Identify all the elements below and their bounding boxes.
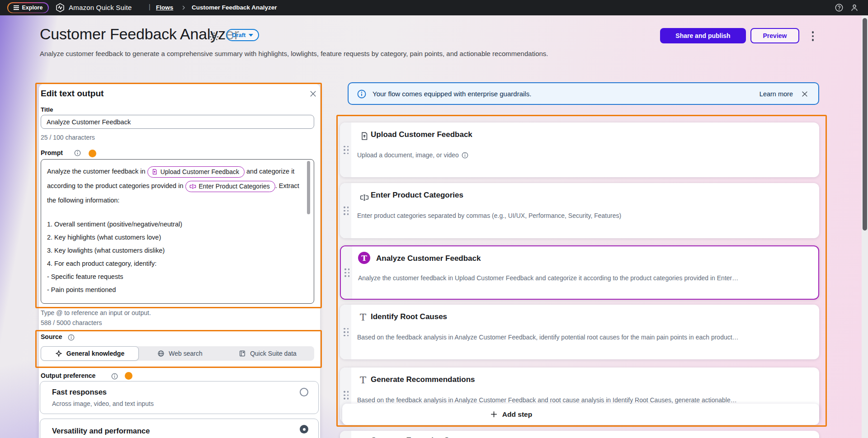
tab-label: Web search — [169, 350, 202, 357]
chevron-down-icon — [249, 34, 253, 37]
step-title: Generate Recommendations — [371, 375, 475, 384]
user-account-icon[interactable] — [850, 3, 859, 12]
tab-web-search[interactable]: Web search — [139, 346, 221, 361]
option-title: Fast responses — [52, 388, 107, 396]
annotation-dot-prompt — [89, 150, 96, 157]
title-character-counter: 25 / 100 characters — [41, 134, 95, 141]
step-title: Upload Customer Feedback — [371, 130, 472, 139]
reference-chip-enter-product-categories[interactable]: Enter Product Categories — [185, 181, 275, 192]
step-card-enter-product-categories[interactable]: Enter Product Categories Enter product c… — [340, 183, 819, 238]
share-and-publish-button[interactable]: Share and publish — [660, 28, 746, 43]
step-description: Based on the feedback analysis in Analyz… — [357, 334, 739, 341]
explore-button[interactable]: Explore — [7, 2, 49, 13]
tab-label: General knowledge — [66, 350, 124, 357]
step-title: Analyze Customer Feedback — [376, 254, 481, 263]
status-badge: Draft — [232, 32, 245, 38]
step-card-identify-root-causes[interactable]: T Identify Root Causes Based on the feed… — [340, 305, 819, 359]
step-card-analyze-customer-feedback[interactable]: T Analyze Customer Feedback Analyze the … — [340, 245, 819, 300]
text-output-icon: T — [360, 375, 366, 386]
learn-more-link[interactable]: Learn more — [760, 90, 793, 98]
add-step-label: Add step — [502, 410, 532, 419]
sparkle-icon — [55, 350, 62, 357]
title-input[interactable] — [41, 115, 314, 129]
top-navigation-bar: Explore Amazon Quick Suite | Flows Custo… — [0, 0, 868, 15]
page-scrollbar-track[interactable] — [862, 15, 868, 438]
page-scrollbar-thumb[interactable] — [863, 18, 867, 231]
reference-chip-upload-customer-feedback[interactable]: Upload Customer Feedback — [147, 166, 245, 178]
prompt-character-counter: 588 / 5000 characters — [41, 319, 102, 326]
drag-strip — [340, 431, 351, 438]
output-preference-info-icon[interactable] — [111, 373, 118, 380]
step-title: Identify Root Causes — [371, 312, 447, 321]
radio-fast-responses[interactable] — [300, 388, 308, 396]
prompt-scrollbar[interactable] — [307, 161, 310, 214]
prompt-line: 3. Key lowlights (what customers dislike… — [47, 246, 303, 255]
drag-handle[interactable] — [344, 328, 349, 336]
step-description: Based on the feedback analysis in Analyz… — [357, 396, 737, 404]
drag-handle[interactable] — [344, 391, 349, 400]
tab-label: Quick Suite data — [250, 350, 297, 357]
flow-settings-gear-icon[interactable] — [209, 32, 219, 42]
step-title: Enter Product Categories — [371, 191, 463, 200]
text-output-icon: T — [360, 312, 366, 323]
output-preference-label: Output preference — [41, 372, 95, 379]
banner-message: Your flow comes equipped with enterprise… — [373, 90, 531, 98]
preview-button[interactable]: Preview — [750, 28, 799, 43]
chip-label: Upload Customer Feedback — [160, 165, 239, 179]
banner-close-icon[interactable] — [801, 90, 808, 98]
prompt-editor[interactable]: Analyze the customer feedback in Upload … — [41, 159, 314, 304]
step-description: Analyze the customer feedback in Upload … — [358, 274, 738, 282]
guardrails-info-banner: Your flow comes equipped with enterprise… — [348, 82, 819, 105]
quick-suite-logo-icon — [55, 3, 65, 13]
help-icon[interactable] — [835, 3, 844, 12]
breadcrumb-flows-link[interactable]: Flows — [156, 4, 173, 11]
upload-file-icon — [360, 132, 369, 141]
more-actions-kebab-icon[interactable] — [809, 30, 817, 42]
text-output-step-badge-icon: T — [358, 252, 370, 264]
flow-description: Analyze customer feedback to generate a … — [40, 50, 682, 57]
chip-label: Enter Product Categories — [199, 179, 270, 193]
prompt-line: 4. For each product category, identify: — [47, 259, 303, 268]
prompt-line: 1. Overall sentiment (positive/negative/… — [47, 220, 303, 229]
explore-label: Explore — [22, 5, 43, 11]
step-card-generate-executive-summary[interactable]: Generate Executive Summary — [340, 431, 819, 438]
prompt-field-label: Prompt — [41, 149, 63, 156]
tab-quick-suite-data[interactable]: Quick Suite data — [221, 346, 314, 361]
prompt-line: - Specific feature requests — [47, 272, 303, 282]
add-step-bar[interactable]: Add step — [342, 404, 819, 425]
text-input-icon — [189, 183, 196, 190]
step-card-upload-customer-feedback[interactable]: Upload Customer Feedback Upload a docume… — [340, 122, 819, 177]
prompt-info-icon[interactable] — [74, 150, 81, 156]
breadcrumb-separator: | — [149, 3, 151, 10]
source-info-icon[interactable] — [68, 334, 75, 341]
close-panel-icon[interactable] — [309, 90, 317, 98]
step-description: Upload a document, image, or video — [357, 151, 459, 159]
step-title: Generate Executive Summary — [371, 436, 479, 438]
brand-name: Amazon Quick Suite — [69, 4, 132, 11]
drag-handle[interactable] — [344, 146, 349, 154]
menu-icon — [14, 5, 19, 10]
source-tabs: General knowledge Web search Quick Suite… — [41, 346, 314, 361]
prompt-hint: Type @ to reference an input or output. — [41, 309, 151, 316]
annotation-dot-output-preference — [125, 372, 132, 380]
drag-handle[interactable] — [344, 207, 349, 215]
radio-versatility-performance[interactable] — [300, 425, 308, 433]
prompt-line: - Pain points mentioned — [47, 285, 303, 295]
plus-icon — [490, 410, 498, 418]
option-description: Across image, video, and text inputs — [52, 400, 154, 407]
status-dropdown[interactable]: Draft — [226, 29, 259, 41]
tab-general-knowledge[interactable]: General knowledge — [41, 346, 139, 361]
upload-file-icon — [151, 169, 158, 175]
text-input-icon — [360, 193, 369, 202]
data-book-icon — [239, 350, 246, 357]
step-description: Enter product categories separated by co… — [357, 212, 621, 219]
breadcrumb-current-page: Customer Feedback Analyzer — [192, 4, 277, 11]
source-field-label: Source — [41, 333, 62, 340]
step-info-icon[interactable] — [462, 152, 468, 159]
drag-handle[interactable] — [344, 268, 349, 277]
globe-icon — [157, 350, 165, 357]
prompt-text-segment: Analyze the customer feedback in — [47, 168, 147, 175]
info-icon — [357, 89, 367, 99]
panel-heading: Edit text output — [41, 89, 104, 99]
app-window: Explore Amazon Quick Suite | Flows Custo… — [0, 0, 868, 438]
